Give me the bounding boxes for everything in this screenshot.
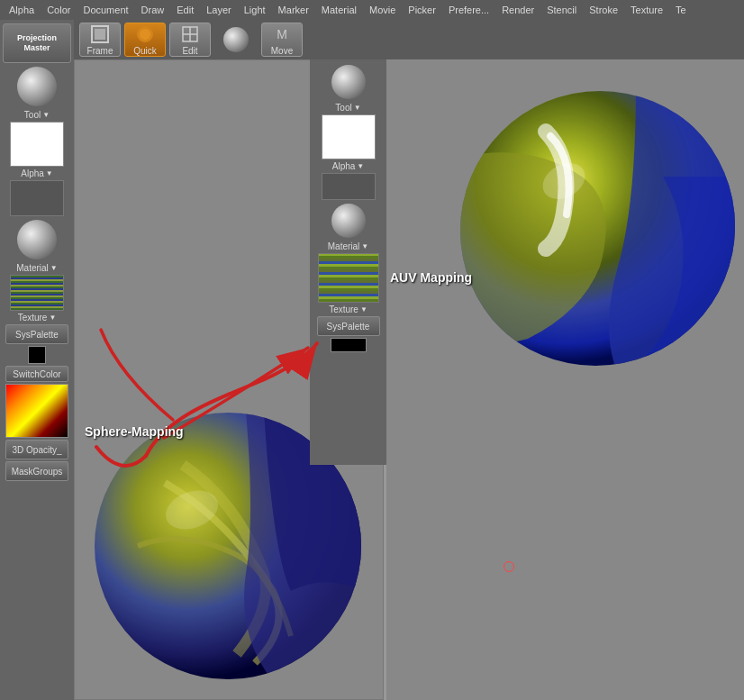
- edit-button[interactable]: Edit: [169, 23, 211, 57]
- edit-icon: [180, 24, 200, 44]
- menu-color[interactable]: Color: [41, 3, 76, 17]
- menu-stroke[interactable]: Stroke: [584, 3, 623, 17]
- mask-groups-button[interactable]: MaskGroups: [5, 461, 68, 481]
- switch-color-button[interactable]: SwitchColor: [5, 366, 68, 382]
- menu-stencil[interactable]: Stencil: [541, 3, 582, 17]
- menu-alpha[interactable]: Alpha: [4, 3, 40, 17]
- projection-master-button[interactable]: Projection Master: [3, 23, 71, 63]
- frame-icon: [90, 24, 110, 44]
- sys-palette-button[interactable]: SysPalette: [5, 324, 68, 344]
- right-material-sphere: [331, 204, 366, 238]
- move-button[interactable]: M Move: [261, 23, 303, 57]
- texture-label[interactable]: Texture: [18, 313, 57, 323]
- canvas-3d[interactable]: [386, 59, 744, 700]
- menu-bar: Alpha Color Document Draw Edit Layer Lig…: [0, 0, 744, 20]
- tool-label[interactable]: Tool: [24, 110, 50, 120]
- right-alpha-label[interactable]: Alpha: [332, 161, 365, 171]
- menu-texture[interactable]: Texture: [625, 3, 668, 17]
- color-picker[interactable]: [5, 384, 68, 438]
- menu-material[interactable]: Material: [316, 3, 362, 17]
- right-sys-palette-button[interactable]: SysPalette: [317, 316, 380, 336]
- menu-marker[interactable]: Marker: [273, 3, 314, 17]
- right-texture-preview: [318, 253, 379, 303]
- alpha-preview: [10, 122, 64, 167]
- menu-movie[interactable]: Movie: [364, 3, 401, 17]
- right-tool-label[interactable]: Tool: [335, 103, 360, 113]
- right-color-swatch[interactable]: [331, 338, 367, 352]
- material-label[interactable]: Material: [16, 263, 58, 273]
- menu-layer[interactable]: Layer: [201, 3, 237, 17]
- svg-point-3: [140, 29, 150, 40]
- quick-button[interactable]: Quick: [124, 23, 166, 57]
- right-mini-panel: Tool Alpha Material Texture SysPalette: [310, 59, 386, 465]
- menu-picker[interactable]: Picker: [403, 3, 441, 17]
- svg-rect-1: [95, 29, 105, 40]
- menu-render[interactable]: Render: [496, 3, 540, 17]
- cursor-indicator: [504, 561, 514, 572]
- right-material-label[interactable]: Material: [328, 241, 369, 251]
- right-alpha-preview: [322, 114, 376, 159]
- proj-master-label: Projection Master: [5, 33, 68, 53]
- right-texture-label[interactable]: Texture: [329, 305, 367, 314]
- opacity-button[interactable]: 3D Opacity_: [5, 440, 68, 459]
- menu-draw[interactable]: Draw: [136, 3, 170, 17]
- auv-mapping-sphere: [456, 86, 735, 366]
- alpha-label[interactable]: Alpha: [21, 168, 53, 178]
- tool-sphere: [17, 67, 57, 106]
- svg-text:M: M: [277, 27, 287, 41]
- menu-document[interactable]: Document: [77, 3, 133, 17]
- stroke-preview: [10, 180, 64, 216]
- toolbar-sphere: [223, 27, 249, 52]
- menu-preferences[interactable]: Prefere...: [443, 3, 494, 17]
- left-panel: Projection Master Tool Alpha Material Te…: [0, 20, 74, 700]
- right-stroke-preview: [322, 173, 376, 200]
- right-tool-sphere: [331, 65, 366, 99]
- move-icon: M: [272, 24, 292, 44]
- texture-preview: [10, 275, 64, 311]
- menu-edit[interactable]: Edit: [171, 3, 199, 17]
- top-toolbar: Frame Quick Edit M Move: [74, 20, 744, 59]
- material-sphere: [17, 220, 57, 259]
- quick-icon: [135, 24, 155, 44]
- menu-light[interactable]: Light: [239, 3, 271, 17]
- frame-button[interactable]: Frame: [79, 23, 121, 57]
- menu-te[interactable]: Te: [670, 3, 692, 17]
- color-swatch[interactable]: [28, 346, 46, 364]
